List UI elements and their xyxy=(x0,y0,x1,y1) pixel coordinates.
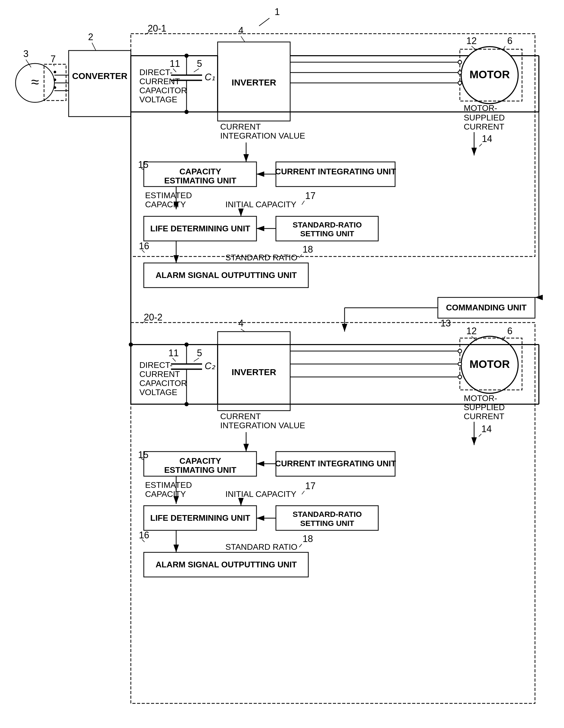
svg-text:INTEGRATION VALUE: INTEGRATION VALUE xyxy=(220,421,305,430)
svg-line-103 xyxy=(299,544,302,547)
svg-point-5 xyxy=(54,71,56,73)
svg-line-29 xyxy=(241,36,245,42)
svg-text:CURRENT: CURRENT xyxy=(139,77,180,86)
ref-20-2-label: 20-2 xyxy=(144,312,162,323)
ref-5-label: 5 xyxy=(197,58,202,69)
svg-text:CAPACITOR: CAPACITOR xyxy=(139,379,187,388)
converter-box xyxy=(69,51,131,117)
svg-text:ESTIMATING UNIT: ESTIMATING UNIT xyxy=(164,465,237,475)
capacitor-c2-label: C₂ xyxy=(205,361,216,371)
svg-point-82 xyxy=(458,349,462,353)
ref-17-bottom-label: 17 xyxy=(305,481,316,491)
svg-point-71 xyxy=(184,402,189,406)
svg-line-23 xyxy=(173,69,176,72)
svg-text:CAPACITOR: CAPACITOR xyxy=(139,86,187,95)
life-determining-unit-bottom-label: LIFE DETERMINING UNIT xyxy=(150,513,250,523)
svg-text:SETTING UNIT: SETTING UNIT xyxy=(300,519,354,527)
ref-6-bottom-label: 6 xyxy=(507,326,512,336)
svg-line-90 xyxy=(479,434,481,437)
svg-text:VOLTAGE: VOLTAGE xyxy=(139,388,177,397)
commanding-unit-label: COMMANDING UNIT xyxy=(446,303,527,312)
ref-17-top-label: 17 xyxy=(305,190,316,201)
ref-2-label: 2 xyxy=(88,32,93,42)
initial-capacity-top-label: INITIAL CAPACITY xyxy=(225,200,296,209)
ref-14-bottom-label: 14 xyxy=(481,424,492,434)
ref-11-bottom-label: 11 xyxy=(168,348,179,358)
svg-line-2 xyxy=(259,18,269,26)
svg-text:CURRENT: CURRENT xyxy=(464,122,504,131)
svg-text:INTEGRATION VALUE: INTEGRATION VALUE xyxy=(220,131,305,140)
converter-label: CONVERTER xyxy=(72,71,127,81)
ref-16-bottom-label: 16 xyxy=(139,530,149,540)
circuit-diagram: text { font-family: Arial, sans-serif; }… xyxy=(0,0,564,728)
current-integrating-unit-bottom-label: CURRENT INTEGRATING UNIT xyxy=(275,459,396,468)
ref-1: 1 xyxy=(275,6,280,17)
svg-point-70 xyxy=(184,342,189,347)
capacitor-c1-label: C₁ xyxy=(205,72,215,82)
svg-line-34 xyxy=(472,46,477,51)
svg-point-7 xyxy=(54,86,56,89)
svg-line-45 xyxy=(479,144,482,146)
svg-text:CURRENT: CURRENT xyxy=(464,412,504,421)
life-determining-unit-top-label: LIFE DETERMINING UNIT xyxy=(150,224,250,233)
svg-line-9 xyxy=(92,43,96,51)
current-integration-value-top-label: CURRENT xyxy=(220,122,261,131)
ref-11-label-top: 11 xyxy=(170,58,180,69)
dc-cap-voltage-top-label: DIRECT- xyxy=(139,68,173,77)
svg-point-38 xyxy=(458,60,462,64)
svg-line-99 xyxy=(302,491,304,494)
capacity-estimating-unit-top-label: CAPACITY xyxy=(179,167,221,176)
svg-text:CAPACITY: CAPACITY xyxy=(145,489,186,499)
ref-4-bottom-label: 4 xyxy=(238,318,244,329)
svg-text:≈: ≈ xyxy=(31,74,39,90)
standard-ratio-setting-unit-bottom-label: STANDARD-RATIO xyxy=(292,510,362,518)
inverter-bottom-label: INVERTER xyxy=(232,367,276,377)
ref-18-bottom-label: 18 xyxy=(303,533,313,544)
motor-bottom-label: MOTOR xyxy=(469,358,510,370)
svg-line-54 xyxy=(302,201,304,205)
estimated-capacity-bottom-label: ESTIMATED xyxy=(145,480,192,490)
ref-3-label: 3 xyxy=(23,48,28,59)
svg-text:ESTIMATING UNIT: ESTIMATING UNIT xyxy=(164,176,237,185)
svg-point-40 xyxy=(458,81,462,85)
svg-text:CURRENT: CURRENT xyxy=(139,369,180,379)
svg-text:SETTING UNIT: SETTING UNIT xyxy=(300,229,354,238)
inverter-top-label: INVERTER xyxy=(232,77,276,87)
capacity-estimating-unit-bottom-label: CAPACITY xyxy=(179,456,221,466)
ref-15-top-label: 15 xyxy=(138,159,148,170)
motor-supplied-current-top-label: MOTOR- xyxy=(464,103,497,113)
svg-point-84 xyxy=(458,375,462,379)
ref-4-top-label: 4 xyxy=(238,25,244,36)
alarm-signal-outputting-unit-bottom-label: ALARM SIGNAL OUTPUTTING UNIT xyxy=(155,560,297,569)
ref-7-label: 7 xyxy=(51,54,56,64)
ref-13-label: 13 xyxy=(440,318,451,329)
alarm-signal-outputting-unit-top-label: ALARM SIGNAL OUTPUTTING UNIT xyxy=(155,270,297,280)
standard-ratio-bottom-label: STANDARD RATIO xyxy=(225,542,297,552)
ref-6-top-label: 6 xyxy=(507,35,512,46)
ref-18-top-label: 18 xyxy=(303,244,313,255)
ref-15-bottom-label: 15 xyxy=(138,449,148,460)
motor-supplied-current-bottom-label: MOTOR- xyxy=(464,394,497,403)
ref-5-bottom-label: 5 xyxy=(197,348,202,358)
motor-top-label: MOTOR xyxy=(469,68,510,81)
ref-12-bottom-label: 12 xyxy=(466,326,477,336)
standard-ratio-setting-unit-top-label: STANDARD-RATIO xyxy=(292,220,362,229)
standard-ratio-top-label: STANDARD RATIO xyxy=(225,253,297,262)
svg-text:VOLTAGE: VOLTAGE xyxy=(139,95,177,104)
estimated-capacity-top-label: ESTIMATED xyxy=(145,191,192,200)
current-integration-value-bottom-label: CURRENT xyxy=(220,412,261,421)
ref-16-top-label: 16 xyxy=(139,241,149,251)
svg-line-69 xyxy=(173,358,176,361)
ref-14-top-label: 14 xyxy=(482,133,492,144)
svg-point-6 xyxy=(54,78,56,81)
svg-point-39 xyxy=(458,71,462,74)
initial-capacity-bottom-label: INITIAL CAPACITY xyxy=(225,489,296,499)
svg-point-83 xyxy=(458,362,462,366)
dc-cap-voltage-bottom-label: DIRECT- xyxy=(139,360,173,370)
ref-20-1-label: 20-1 xyxy=(148,23,166,34)
ref-12-top-label: 12 xyxy=(466,35,477,46)
svg-text:SUPPLIED: SUPPLIED xyxy=(464,113,505,122)
svg-line-68 xyxy=(194,358,199,361)
svg-line-22 xyxy=(194,69,199,72)
svg-text:CAPACITY: CAPACITY xyxy=(145,200,186,209)
